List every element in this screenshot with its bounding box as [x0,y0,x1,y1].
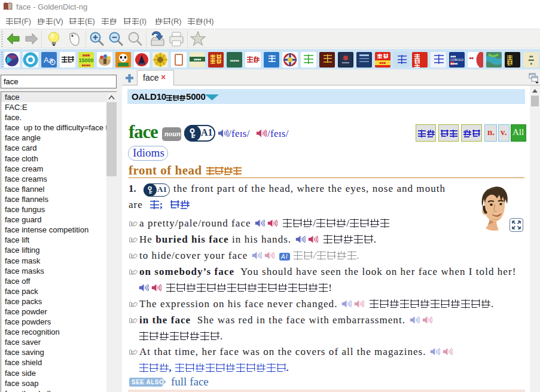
svg-text:■■: ■■ [469,56,474,60]
